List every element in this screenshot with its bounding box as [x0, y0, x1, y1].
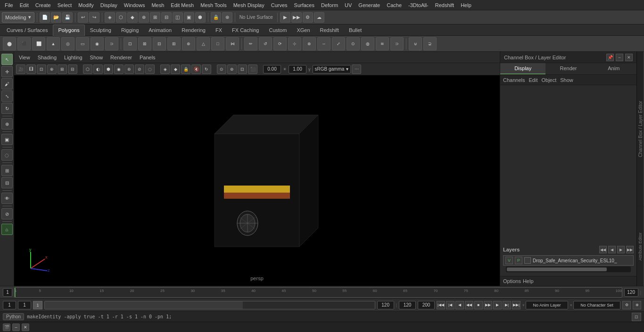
pb-play-reverse-btn[interactable]: ◀◀	[465, 301, 473, 309]
vp-mute-btn[interactable]: 🔇	[191, 65, 201, 74]
layers-help-btn[interactable]: Help	[523, 278, 534, 284]
timeline-current-frame[interactable]: 1	[3, 288, 12, 297]
layer-back-btn[interactable]: ◀	[608, 246, 616, 253]
shelf-tri[interactable]: △	[197, 37, 210, 50]
pb-back-btn[interactable]: ◀	[455, 301, 464, 309]
shelf-wedge[interactable]: ⊗	[303, 37, 316, 50]
render-settings-btn[interactable]: ⚙	[303, 12, 313, 23]
output-btn[interactable]: ⊘	[1, 208, 13, 219]
close-btn[interactable]: ✕	[22, 324, 29, 331]
vp-show-menu[interactable]: Show	[88, 54, 105, 61]
layer-fwd-btn[interactable]: ▶	[617, 246, 625, 253]
select-tool[interactable]: ↖	[1, 54, 13, 65]
pivot-btn[interactable]: ⊛	[222, 12, 232, 23]
shelf-circularize[interactable]: ◍	[361, 37, 374, 50]
redo-btn[interactable]: ↪	[89, 12, 99, 23]
universal-tool[interactable]: ⊕	[1, 118, 13, 130]
vp-shade-btn[interactable]: ◐	[93, 65, 103, 74]
minimize-btn[interactable]: –	[12, 324, 20, 331]
menu-modify[interactable]: Modify	[75, 1, 96, 9]
vp-obj-btn[interactable]: ⊙	[217, 65, 226, 74]
ch-show[interactable]: Show	[560, 77, 573, 83]
pb-forward-btn[interactable]: ▶	[493, 301, 502, 309]
channel-box-side-label[interactable]: Channel Box / Layer Editor	[637, 52, 644, 207]
rotate-tool[interactable]: ↻	[1, 103, 13, 114]
shelf-pencil[interactable]: ✏	[244, 37, 257, 50]
tab-fx-caching[interactable]: FX Caching	[227, 24, 264, 36]
playback-end-field[interactable]: 120	[377, 301, 394, 309]
menu-curves[interactable]: Curves	[268, 1, 290, 9]
vp-paint-btn[interactable]: ⬛	[248, 65, 257, 74]
menu-edit-mesh[interactable]: Edit Mesh	[168, 1, 197, 9]
shelf-plane[interactable]: ▭	[76, 37, 89, 50]
render-seq-btn[interactable]: ▶▶	[291, 12, 302, 23]
menu-mesh[interactable]: Mesh	[149, 1, 167, 9]
viewport-canvas[interactable]: x y z persp	[14, 75, 500, 286]
scale-tool[interactable]: ⤡	[1, 90, 13, 102]
menu-uv[interactable]: UV	[342, 1, 355, 9]
anim-layer-field[interactable]: No Anim Layer	[526, 301, 568, 309]
script-editor-btn[interactable]: ⊡	[632, 313, 641, 321]
rp-tab-display[interactable]: Display	[500, 63, 545, 74]
new-scene-btn[interactable]: 📄	[40, 12, 50, 23]
ch-object[interactable]: Object	[541, 77, 556, 83]
shelf-pipe[interactable]: ⊃	[105, 37, 118, 50]
playback-range-bar[interactable]	[44, 301, 375, 309]
open-scene-btn[interactable]: 📂	[51, 12, 61, 23]
vp-lighting-menu[interactable]: Lighting	[62, 54, 84, 61]
shelf-sphere[interactable]: ⬤	[3, 37, 16, 50]
menu-redshift[interactable]: Redshift	[432, 1, 457, 9]
layer-row[interactable]: V P Drop_Safe_American_Security_ESL10_	[503, 255, 634, 266]
panel-pin-btn[interactable]: 📌	[606, 54, 614, 61]
shelf-smooth[interactable]: ⊕	[182, 37, 195, 50]
vp-lock2-btn[interactable]: 🔒	[181, 65, 190, 74]
layer-v-btn[interactable]: V	[505, 257, 513, 264]
shelf-sculpt-brush[interactable]: ⊃	[390, 37, 404, 50]
panel-close-btn[interactable]: ✕	[625, 54, 633, 61]
shelf-relax[interactable]: ≋	[376, 37, 389, 50]
tab-rendering[interactable]: Rendering	[177, 24, 210, 36]
layer-next-btn[interactable]: ▶▶	[626, 246, 634, 253]
menu-create[interactable]: Create	[33, 1, 54, 9]
vp-wire-btn[interactable]: ⬡	[83, 65, 92, 74]
lock-btn[interactable]: 🔒	[211, 12, 221, 23]
shelf-cube[interactable]: ⬛	[17, 37, 31, 50]
tab-custom[interactable]: Custom	[264, 24, 292, 36]
paint-tool-btn[interactable]: ◆	[127, 12, 138, 23]
vp-xray-btn[interactable]: ⊛	[124, 65, 134, 74]
vp-shading-menu[interactable]: Shading	[36, 54, 58, 61]
symmetry-btn[interactable]: ◫	[173, 12, 183, 23]
home-btn[interactable]: ⌂	[1, 224, 13, 235]
shelf-quad[interactable]: □	[211, 37, 224, 50]
timeline-ruler[interactable]: 1 5 10 15 20 25 30 35 40 45 50 55 60 65 …	[14, 287, 622, 298]
shelf-spiral[interactable]: ⟳	[273, 37, 287, 50]
tab-bullet[interactable]: Bullet	[344, 24, 367, 36]
menu-help[interactable]: Help	[458, 1, 474, 9]
menu-windows[interactable]: Windows	[121, 1, 148, 9]
tab-redshift[interactable]: Redshift	[315, 24, 344, 36]
snap-btn[interactable]: ⊞	[150, 12, 160, 23]
shelf-torus[interactable]: ◎	[61, 37, 74, 50]
pb-prev-key-btn[interactable]: |◀	[446, 301, 454, 309]
mode-dropdown[interactable]: Modeling ▾	[2, 12, 34, 23]
shelf-extrude[interactable]: ⊡	[124, 37, 137, 50]
soft-select-tool[interactable]: ◌	[1, 149, 13, 161]
tab-sculpting[interactable]: Sculpting	[85, 24, 116, 36]
lasso-tool-btn[interactable]: ⬡	[116, 12, 126, 23]
transform-btn[interactable]: ⊕	[139, 12, 149, 23]
layers-options-btn[interactable]: Options	[503, 278, 521, 284]
shelf-bevel[interactable]: ⊟	[153, 37, 166, 50]
vp-sel-btn[interactable]: ◈	[160, 65, 170, 74]
rp-tab-render[interactable]: Render	[545, 63, 591, 74]
vp-iso-btn[interactable]: ◆	[171, 65, 180, 74]
soft-select-btn[interactable]: ⊟	[161, 12, 172, 23]
snap-grid-btn[interactable]: ⊟	[1, 177, 13, 188]
ch-edit[interactable]: Edit	[528, 77, 537, 83]
vp-panels-menu[interactable]: Panels	[138, 54, 157, 61]
shelf-slide[interactable]: ↔	[317, 37, 330, 50]
tab-xgen[interactable]: XGen	[292, 24, 314, 36]
menu-surfaces[interactable]: Surfaces	[291, 1, 317, 9]
pb-next-key-btn[interactable]: ▶|	[503, 301, 511, 309]
menu-cache[interactable]: Cache	[384, 1, 405, 9]
frame-field-1[interactable]: 1	[3, 301, 16, 309]
